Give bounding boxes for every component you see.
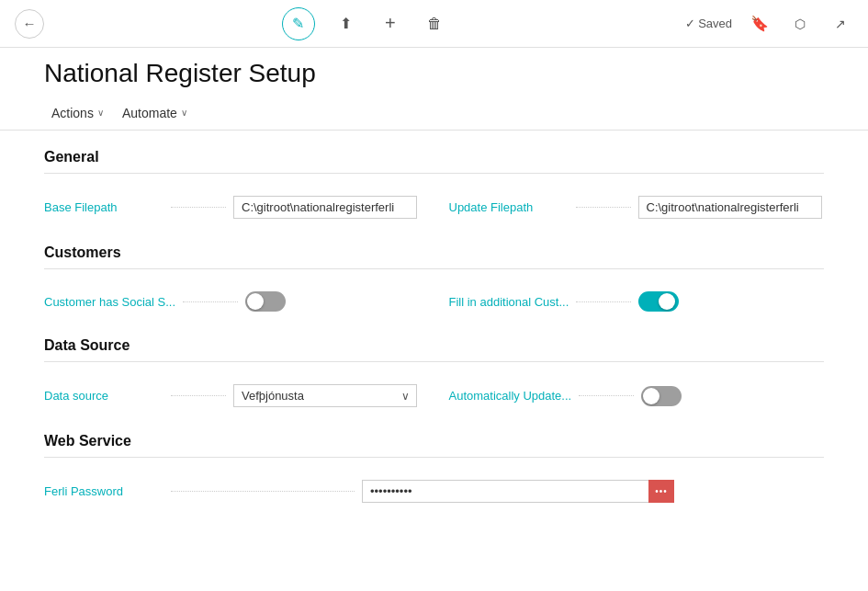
customer-social-toggle-container: [245, 291, 286, 312]
automate-label: Automate: [122, 106, 177, 120]
general-fields-row: Base Filepath Update Filepath: [44, 188, 824, 226]
customers-section-header: Customers: [44, 226, 824, 269]
saved-status: ✓ Saved: [685, 17, 732, 30]
customers-fields-row: Customer has Social S... Fill in additio…: [44, 284, 824, 319]
share-button[interactable]: ⬆: [333, 11, 359, 37]
data-source-group: Data source Vefþjónusta Option 2 Option …: [44, 384, 420, 407]
page-title: National Register Setup: [44, 59, 824, 88]
ferli-password-wrapper: •••: [362, 480, 674, 503]
update-filepath-group: Update Filepath: [449, 196, 825, 219]
actions-label: Actions: [51, 106, 94, 120]
fill-additional-label: Fill in additional Cust...: [449, 295, 569, 309]
delete-icon: 🗑: [427, 16, 442, 32]
customer-social-toggle-thumb: [247, 293, 264, 310]
webservice-section-header: Web Service: [44, 415, 824, 458]
expand-button[interactable]: ↗: [828, 11, 853, 37]
automate-chevron-icon: ∨: [181, 108, 187, 118]
back-button[interactable]: ←: [15, 9, 44, 39]
general-section-header: General: [44, 131, 824, 174]
share-icon: ⬆: [340, 15, 352, 32]
top-bar-center: ✎ ⬆ + 🗑: [59, 7, 671, 40]
auto-update-group: Automatically Update...: [449, 386, 825, 406]
data-source-select[interactable]: Vefþjónusta Option 2 Option 3: [233, 384, 417, 407]
base-filepath-label: Base Filepath: [44, 200, 163, 214]
auto-update-toggle-track: [641, 386, 682, 406]
more-icon: •••: [655, 486, 668, 496]
customer-social-dots: [183, 301, 238, 302]
customer-social-toggle[interactable]: [245, 291, 286, 312]
datasource-section-header: Data Source: [44, 319, 824, 362]
base-filepath-group: Base Filepath: [44, 196, 420, 219]
fill-additional-toggle[interactable]: [638, 291, 679, 312]
auto-update-toggle-thumb: [643, 388, 659, 404]
data-source-select-wrapper: Vefþjónusta Option 2 Option 3: [233, 384, 417, 407]
add-button[interactable]: +: [378, 11, 403, 37]
ferli-password-more-button[interactable]: •••: [648, 480, 674, 503]
webservice-fields-row: Ferli Password •••: [44, 472, 824, 510]
update-filepath-dots: [576, 207, 631, 208]
ferli-password-dots: [171, 491, 355, 492]
customer-social-group: Customer has Social S...: [44, 291, 420, 312]
customer-social-label: Customer has Social S...: [44, 295, 175, 309]
bookmark-icon: 🔖: [750, 15, 769, 32]
fill-additional-toggle-container: [638, 291, 679, 312]
actions-menu-button[interactable]: Actions ∨: [44, 102, 111, 124]
top-bar-right: ✓ Saved 🔖 ⬡ ↗: [685, 11, 853, 37]
customer-social-toggle-track: [245, 291, 286, 312]
actions-chevron-icon: ∨: [97, 108, 104, 118]
ferli-password-input[interactable]: [362, 480, 674, 503]
data-source-dots: [171, 395, 226, 396]
delete-button[interactable]: 🗑: [422, 11, 447, 37]
top-bar: ← ✎ ⬆ + 🗑 ✓ Saved 🔖 ⬡ ↗: [0, 0, 868, 48]
auto-update-toggle[interactable]: [641, 386, 682, 406]
action-bar: Actions ∨ Automate ∨: [0, 96, 868, 131]
add-icon: +: [385, 13, 396, 34]
open-external-button[interactable]: ⬡: [787, 11, 813, 37]
update-filepath-input[interactable]: [638, 196, 822, 219]
bookmark-button[interactable]: 🔖: [747, 11, 772, 37]
expand-icon: ↗: [835, 17, 846, 31]
fill-additional-toggle-thumb: [659, 293, 675, 310]
open-external-icon: ⬡: [795, 17, 806, 31]
ferli-password-group: Ferli Password •••: [44, 480, 824, 503]
data-source-label: Data source: [44, 389, 163, 403]
content-area: General Base Filepath Update Filepath Cu…: [0, 131, 868, 540]
ferli-password-label: Ferli Password: [44, 484, 163, 498]
update-filepath-label: Update Filepath: [449, 200, 569, 214]
datasource-fields-row: Data source Vefþjónusta Option 2 Option …: [44, 377, 824, 415]
back-icon: ←: [23, 16, 37, 31]
page-title-area: National Register Setup: [0, 48, 868, 96]
base-filepath-input[interactable]: [233, 196, 417, 219]
auto-update-dots: [579, 395, 634, 396]
automate-menu-button[interactable]: Automate ∨: [115, 102, 195, 124]
fill-additional-group: Fill in additional Cust...: [449, 291, 825, 312]
fill-additional-toggle-track: [638, 291, 679, 312]
auto-update-toggle-container: [641, 386, 682, 406]
edit-button[interactable]: ✎: [282, 7, 315, 40]
auto-update-label: Automatically Update...: [449, 389, 572, 403]
edit-icon: ✎: [292, 15, 304, 32]
base-filepath-dots: [171, 207, 226, 208]
fill-additional-dots: [576, 301, 631, 302]
